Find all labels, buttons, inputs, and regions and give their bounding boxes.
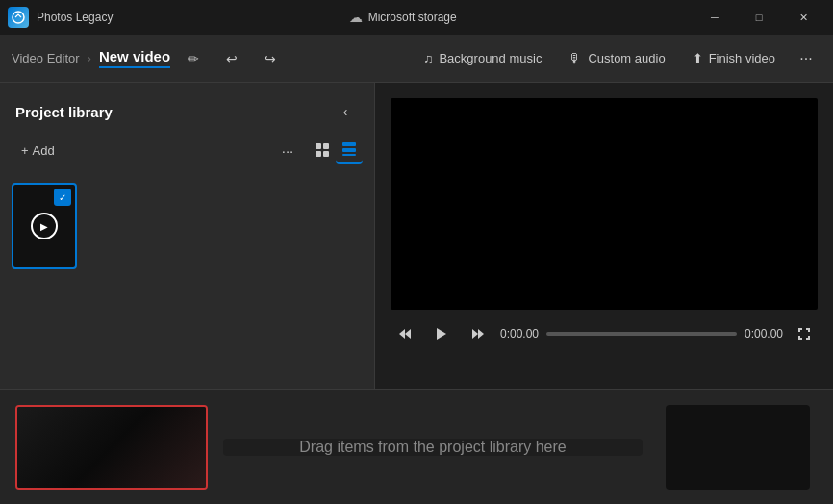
add-icon: +	[21, 143, 29, 158]
background-music-button[interactable]: ♫ Background music	[412, 45, 553, 72]
video-preview	[391, 98, 818, 310]
clip-thumbnail	[17, 407, 206, 488]
svg-rect-5	[342, 142, 356, 146]
title-bar-center: ☁ Microsoft storage	[349, 10, 457, 25]
audio-icon: 🎙	[568, 51, 582, 66]
current-time: 0:00.00	[500, 327, 539, 340]
fullscreen-button[interactable]	[791, 320, 818, 347]
custom-audio-button[interactable]: 🎙 Custom audio	[557, 45, 676, 72]
more-options-button[interactable]: ···	[791, 43, 821, 74]
edit-button[interactable]: ✏	[178, 43, 209, 74]
toolbar-left: Video Editor › New video ✏ ↩ ↪	[12, 43, 408, 74]
breadcrumb-video-editor[interactable]: Video Editor	[12, 51, 80, 65]
svg-rect-4	[323, 151, 329, 157]
library-item[interactable]: ✓ ▶	[12, 183, 77, 269]
redo-button[interactable]: ↪	[255, 43, 286, 74]
storage-label: Microsoft storage	[368, 11, 457, 24]
window-controls: ─ □ ✕	[693, 0, 825, 35]
finish-video-label: Finish video	[709, 51, 775, 65]
timeline-clip-2	[666, 405, 810, 490]
minimize-button[interactable]: ─	[693, 0, 737, 35]
toolbar: Video Editor › New video ✏ ↩ ↪ ♫ Backgro…	[0, 35, 833, 83]
toolbar-right: ♫ Background music 🎙 Custom audio ⬆ Fini…	[412, 43, 821, 74]
svg-rect-7	[342, 154, 356, 156]
svg-marker-11	[472, 329, 478, 339]
play-button[interactable]	[427, 319, 456, 348]
progress-bar[interactable]	[546, 332, 737, 336]
close-button[interactable]: ✕	[781, 0, 825, 35]
drop-hint: Drag items from the project library here	[223, 439, 643, 456]
title-bar: Photos Legacy ☁ Microsoft storage ─ □ ✕	[0, 0, 833, 35]
drop-hint-text: Drag items from the project library here	[299, 439, 566, 456]
svg-rect-6	[342, 148, 356, 152]
app-icon	[8, 7, 29, 28]
add-label: Add	[33, 143, 55, 158]
timeline-area: Drag items from the project library here	[0, 389, 833, 504]
svg-rect-3	[316, 151, 321, 157]
project-library-title: Project library	[15, 104, 113, 120]
svg-rect-2	[323, 143, 329, 149]
svg-marker-8	[399, 329, 405, 339]
add-media-button[interactable]: + Add	[12, 139, 266, 163]
timeline-clip[interactable]	[15, 405, 208, 490]
svg-point-0	[13, 12, 24, 23]
video-controls: 0:00.00 0:00.00	[391, 310, 818, 356]
export-icon: ⬆	[693, 51, 703, 65]
custom-audio-label: Custom audio	[588, 51, 665, 65]
finish-video-button[interactable]: ⬆ Finish video	[681, 45, 787, 71]
item-play-button[interactable]: ▶	[31, 213, 58, 239]
library-toolbar: + Add ···	[0, 137, 374, 175]
music-icon: ♫	[423, 51, 434, 66]
undo-button[interactable]: ↩	[216, 43, 247, 74]
app-title-label: Photos Legacy	[37, 11, 113, 24]
library-items: ✓ ▶	[0, 175, 374, 277]
svg-marker-12	[478, 329, 484, 339]
background-music-label: Background music	[439, 51, 542, 65]
cloud-icon: ☁	[349, 10, 363, 25]
breadcrumb-separator: ›	[88, 51, 91, 65]
collapse-sidebar-button[interactable]: ‹	[332, 98, 359, 125]
item-selected-indicator: ✓	[54, 189, 71, 206]
svg-rect-1	[316, 143, 321, 149]
list-view-button[interactable]	[336, 137, 363, 164]
rewind-button[interactable]	[391, 319, 419, 348]
svg-marker-10	[437, 328, 446, 340]
timeline-track: Drag items from the project library here	[0, 390, 833, 504]
total-time: 0:00.00	[745, 327, 783, 340]
svg-marker-9	[405, 329, 411, 339]
library-more-button[interactable]: ···	[274, 137, 301, 164]
title-bar-left: Photos Legacy	[8, 7, 113, 28]
page-title: New video	[99, 48, 170, 68]
grid-view-button[interactable]	[309, 137, 336, 164]
maximize-button[interactable]: □	[737, 0, 781, 35]
fast-forward-button[interactable]	[464, 319, 492, 348]
project-library-header: Project library ‹	[0, 83, 374, 137]
view-toggle	[309, 137, 363, 164]
